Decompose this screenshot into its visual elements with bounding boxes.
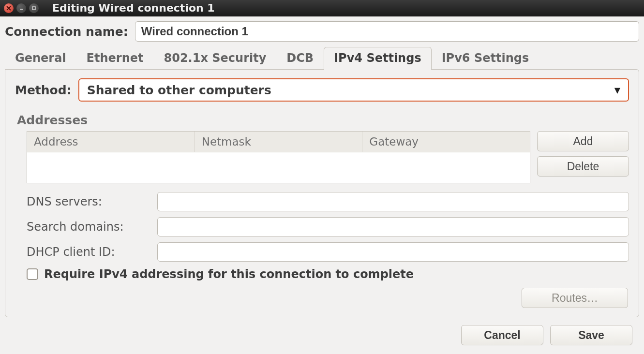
save-button[interactable]: Save	[550, 325, 632, 345]
cancel-button[interactable]: Cancel	[461, 325, 543, 345]
method-select-value: Shared to other computers	[87, 83, 271, 97]
chevron-down-icon: ▼	[614, 86, 620, 95]
search-domains-label: Search domains:	[27, 220, 150, 234]
require-ipv4-checkbox[interactable]	[27, 268, 38, 280]
col-gateway[interactable]: Gateway	[362, 132, 530, 152]
addresses-header-row: Address Netmask Gateway	[27, 132, 530, 152]
col-netmask[interactable]: Netmask	[195, 132, 363, 152]
search-domains-input[interactable]	[157, 217, 629, 236]
close-icon[interactable]	[4, 3, 14, 13]
delete-button[interactable]: Delete	[537, 156, 629, 177]
minimize-icon[interactable]	[16, 3, 26, 13]
connection-name-label: Connection name:	[5, 25, 128, 39]
addresses-heading: Addresses	[17, 113, 629, 127]
method-select[interactable]: Shared to other computers ▼	[78, 78, 629, 102]
tabpanel-ipv4: Method: Shared to other computers ▼ Addr…	[5, 69, 639, 317]
tab-8021x-security[interactable]: 802.1x Security	[154, 47, 277, 70]
addresses-table[interactable]: Address Netmask Gateway	[27, 131, 530, 183]
svg-rect-3	[32, 7, 35, 10]
dhcp-client-id-input[interactable]	[157, 242, 629, 262]
titlebar: Editing Wired connection 1	[0, 0, 644, 16]
tab-bar: General Ethernet 802.1x Security DCB IPv…	[5, 46, 639, 69]
dialog-footer: Cancel Save	[5, 317, 639, 352]
tab-ipv6-settings[interactable]: IPv6 Settings	[432, 47, 539, 70]
method-label: Method:	[15, 83, 72, 97]
dns-servers-label: DNS servers:	[27, 195, 150, 208]
window-title: Editing Wired connection 1	[52, 2, 215, 14]
dhcp-client-id-label: DHCP client ID:	[27, 245, 150, 259]
add-button[interactable]: Add	[537, 131, 629, 151]
maximize-icon[interactable]	[29, 3, 39, 13]
tab-ethernet[interactable]: Ethernet	[76, 47, 154, 70]
routes-button[interactable]: Routes…	[522, 288, 628, 308]
require-ipv4-label: Require IPv4 addressing for this connect…	[44, 267, 414, 281]
tab-ipv4-settings[interactable]: IPv4 Settings	[324, 47, 432, 70]
tab-dcb[interactable]: DCB	[276, 47, 324, 70]
window-controls	[4, 3, 39, 13]
col-address[interactable]: Address	[27, 132, 195, 152]
tab-general[interactable]: General	[5, 47, 76, 70]
addresses-body[interactable]	[27, 152, 530, 183]
connection-name-input[interactable]	[135, 21, 639, 42]
dns-servers-input[interactable]	[157, 192, 629, 211]
